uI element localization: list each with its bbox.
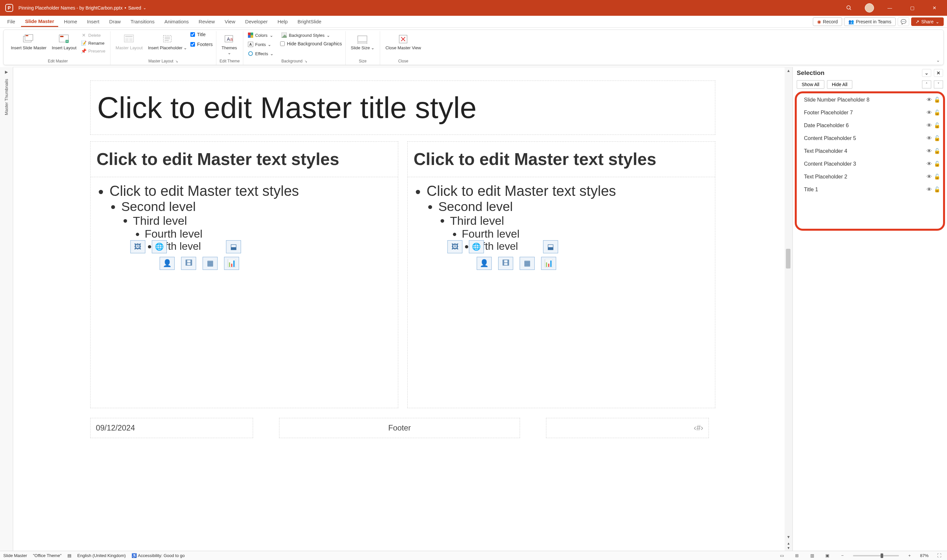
tab-draw[interactable]: Draw	[105, 17, 125, 26]
scroll-thumb[interactable]	[786, 249, 790, 269]
lock-toggle-icon[interactable]: 🔓	[933, 174, 941, 180]
accessibility-status[interactable]: ♿ Accessibility: Good to go	[131, 553, 185, 558]
tab-brightslide[interactable]: BrightSlide	[294, 17, 325, 26]
insert-table-icon[interactable]: ▦	[519, 257, 535, 270]
user-avatar[interactable]	[865, 3, 874, 12]
scroll-up-icon[interactable]: ▲	[785, 68, 793, 74]
selection-item[interactable]: Slide Number Placeholder 8 👁 🔓	[795, 93, 945, 106]
title-checkbox[interactable]: Title	[190, 32, 212, 37]
effects-button[interactable]: Effects ⌄	[246, 50, 275, 57]
themes-button[interactable]: Aa Themes⌄	[220, 32, 239, 57]
hide-all-button[interactable]: Hide All	[827, 80, 852, 89]
bring-forward-button[interactable]: ˄	[922, 80, 931, 88]
text-placeholder-right[interactable]: Click to edit Master text styles Click t…	[407, 141, 716, 408]
visibility-toggle-icon[interactable]: 👁	[925, 161, 933, 167]
zoom-slider[interactable]	[853, 555, 899, 556]
slide-size-button[interactable]: Slide Size ⌄	[349, 32, 377, 52]
insert-table-icon[interactable]: ▦	[203, 257, 218, 270]
insert-video-icon[interactable]: 🎞	[498, 257, 513, 270]
hide-background-graphics-checkbox[interactable]: Hide Background Graphics	[280, 41, 342, 46]
footer-placeholder[interactable]: Footer	[279, 418, 520, 438]
text-placeholder-left[interactable]: Click to edit Master text styles Click t…	[91, 141, 399, 408]
selection-item[interactable]: Date Placeholder 6 👁 🔓	[795, 119, 945, 132]
lock-toggle-icon[interactable]: 🔓	[933, 109, 941, 116]
status-language[interactable]: English (United Kingdom)	[77, 553, 126, 558]
date-placeholder[interactable]: 09/12/2024	[91, 418, 253, 438]
show-all-button[interactable]: Show All	[797, 80, 824, 89]
status-theme[interactable]: "Office Theme"	[33, 553, 62, 558]
lock-toggle-icon[interactable]: 🔓	[933, 148, 941, 154]
footers-checkbox[interactable]: Footers	[190, 42, 212, 47]
zoom-out-button[interactable]: −	[838, 552, 847, 559]
tab-insert[interactable]: Insert	[83, 17, 103, 26]
search-icon[interactable]	[842, 3, 856, 13]
visibility-toggle-icon[interactable]: 👁	[925, 123, 933, 129]
document-title[interactable]: Pinning Placeholder Names - by BrightCar…	[18, 5, 146, 11]
fit-to-window-button[interactable]: ⛶	[935, 552, 944, 559]
insert-layout-button[interactable]: + Insert Layout	[50, 32, 78, 52]
insert-placeholder-button[interactable]: Insert Placeholder ⌄	[146, 32, 189, 52]
fonts-button[interactable]: A Fonts ⌄	[246, 41, 275, 48]
visibility-toggle-icon[interactable]: 👁	[925, 187, 933, 192]
selection-item[interactable]: Content Placeholder 3 👁 🔓	[795, 157, 945, 170]
tab-slide-master[interactable]: Slide Master	[21, 17, 58, 27]
status-context[interactable]: Slide Master	[3, 553, 27, 558]
insert-chart-icon[interactable]: 📊	[224, 257, 239, 270]
selection-item[interactable]: Footer Placeholder 7 👁 🔓	[795, 106, 945, 119]
chevron-down-icon[interactable]: ⌄	[143, 6, 146, 10]
insert-smartart-icon[interactable]: ⬓	[543, 240, 558, 253]
slide-canvas[interactable]: Click to edit Master title style Click t…	[13, 67, 793, 551]
tab-transitions[interactable]: Transitions	[126, 17, 159, 26]
expand-thumbnails-button[interactable]: ▶	[5, 70, 8, 74]
zoom-knob[interactable]	[881, 554, 883, 558]
zoom-value[interactable]: 87%	[920, 553, 929, 558]
visibility-toggle-icon[interactable]: 👁	[925, 110, 933, 116]
visibility-toggle-icon[interactable]: 👁	[925, 174, 933, 180]
tab-developer[interactable]: Developer	[241, 17, 272, 26]
close-pane-button[interactable]: ✕	[934, 69, 943, 77]
tab-help[interactable]: Help	[274, 17, 292, 26]
tab-view[interactable]: View	[221, 17, 239, 26]
lock-toggle-icon[interactable]: 🔓	[933, 135, 941, 141]
lock-toggle-icon[interactable]: 🔓	[933, 122, 941, 129]
collapse-ribbon-button[interactable]: ⌄	[936, 57, 940, 63]
content-placeholder-left[interactable]: Click to edit Master text styles Second …	[91, 177, 398, 276]
colors-button[interactable]: Colors ⌄	[246, 32, 275, 38]
insert-smartart-icon[interactable]: ⬓	[226, 240, 241, 253]
close-master-view-button[interactable]: Close Master View	[383, 32, 423, 52]
lock-toggle-icon[interactable]: 🔓	[933, 186, 941, 192]
selection-item[interactable]: Title 1 👁 🔓	[795, 183, 945, 196]
insert-cameo-icon[interactable]: 👤	[160, 257, 175, 270]
next-slide-icon[interactable]: ▾	[787, 546, 790, 550]
reading-view-button[interactable]: ▥	[808, 552, 817, 559]
insert-picture-icon[interactable]: 🖼	[130, 240, 145, 253]
comments-button[interactable]: 💬	[898, 17, 909, 26]
insert-video-icon[interactable]: 🎞	[181, 257, 196, 270]
pane-options-button[interactable]: ⌄	[922, 69, 931, 77]
visibility-toggle-icon[interactable]: 👁	[925, 148, 933, 154]
tab-review[interactable]: Review	[195, 17, 219, 26]
notes-button[interactable]: ▤	[68, 553, 71, 558]
send-backward-button[interactable]: ˅	[934, 80, 943, 88]
vertical-scrollbar[interactable]: ▲ ▼ ▴ ▾	[785, 68, 793, 551]
slide-sorter-view-button[interactable]: ⊞	[793, 552, 802, 559]
tab-animations[interactable]: Animations	[160, 17, 193, 26]
insert-chart-icon[interactable]: 📊	[541, 257, 556, 270]
zoom-in-button[interactable]: +	[905, 552, 914, 559]
minimize-button[interactable]: ―	[883, 3, 896, 13]
dialog-launcher-icon[interactable]: ↘	[175, 60, 178, 63]
tab-file[interactable]: File	[3, 17, 19, 26]
insert-online-picture-icon[interactable]: 🌐	[152, 240, 167, 253]
rename-button[interactable]: 📝 Rename	[80, 40, 107, 46]
scroll-track[interactable]	[785, 74, 793, 534]
lock-toggle-icon[interactable]: 🔓	[933, 161, 941, 167]
normal-view-button[interactable]: ▭	[777, 552, 787, 559]
tab-home[interactable]: Home	[60, 17, 81, 26]
visibility-toggle-icon[interactable]: 👁	[925, 135, 933, 141]
selection-item[interactable]: Text Placeholder 4 👁 🔓	[795, 145, 945, 157]
previous-slide-icon[interactable]: ▴	[787, 541, 790, 546]
insert-cameo-icon[interactable]: 👤	[477, 257, 492, 270]
share-button[interactable]: ↗ Share ⌄	[911, 17, 944, 26]
selection-item[interactable]: Text Placeholder 2 👁 🔓	[795, 170, 945, 183]
dialog-launcher-icon[interactable]: ↘	[305, 60, 307, 63]
